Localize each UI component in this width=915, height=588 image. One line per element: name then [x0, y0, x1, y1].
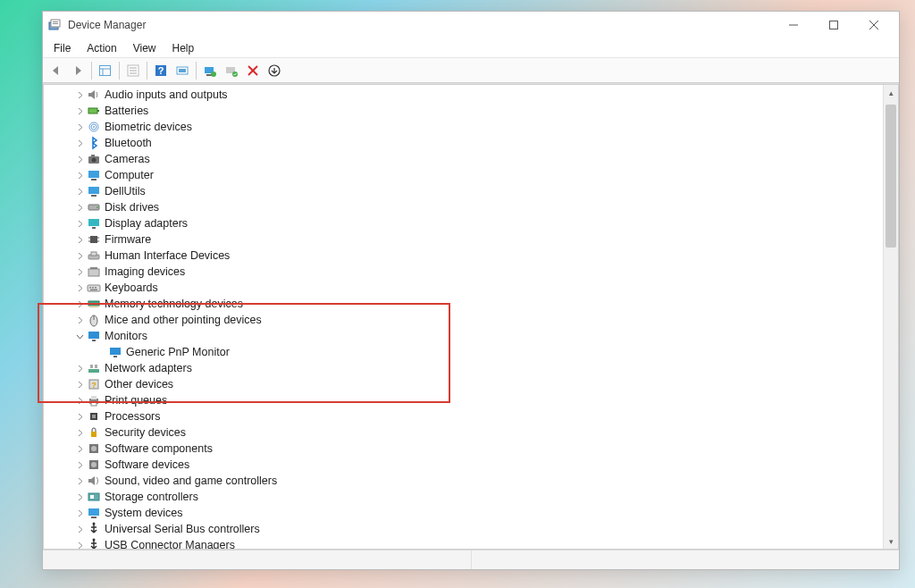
chevron-right-icon[interactable]: [74, 105, 85, 116]
tree-node[interactable]: Human Interface Devices: [49, 248, 883, 264]
chevron-right-icon[interactable]: [74, 508, 85, 518]
scroll-up-arrow[interactable]: ▴: [884, 85, 898, 100]
tree-node[interactable]: System devices: [49, 505, 883, 521]
menu-file[interactable]: File: [46, 40, 78, 56]
tree-node-label: Biometric devices: [105, 121, 192, 133]
chevron-right-icon[interactable]: [74, 524, 85, 534]
chevron-right-icon[interactable]: [74, 315, 85, 325]
tree-node[interactable]: Monitors: [49, 328, 883, 344]
disable-device-button[interactable]: [243, 61, 263, 80]
tree-node[interactable]: Generic PnP Monitor: [49, 344, 883, 360]
vertical-scrollbar[interactable]: ▴ ▾: [883, 85, 898, 549]
chevron-right-icon[interactable]: [74, 282, 85, 293]
tree-node[interactable]: Universal Serial Bus controllers: [49, 521, 883, 537]
tree-node[interactable]: DellUtils: [49, 183, 883, 199]
chevron-right-icon[interactable]: [74, 540, 85, 549]
svg-rect-49: [91, 252, 97, 256]
svg-rect-3: [53, 23, 58, 24]
svg-text:?: ?: [158, 65, 164, 76]
tree-node[interactable]: USB Connector Managers: [49, 537, 883, 549]
security-icon: [87, 425, 101, 440]
tree-node[interactable]: Print queues: [49, 392, 883, 408]
tree-node[interactable]: Storage controllers: [49, 489, 883, 505]
tree-node[interactable]: ? Other devices: [49, 376, 883, 392]
tree-node[interactable]: Network adapters: [49, 360, 883, 376]
tree-node[interactable]: Mice and other pointing devices: [49, 312, 883, 328]
menu-help[interactable]: Help: [165, 40, 202, 56]
chevron-right-icon[interactable]: [74, 218, 85, 229]
monitor-icon: [87, 329, 101, 343]
chevron-right-icon[interactable]: [74, 170, 85, 181]
tree-node[interactable]: Disk drives: [49, 199, 883, 215]
tree-node[interactable]: Imaging devices: [49, 264, 883, 280]
tree-node[interactable]: Cameras: [49, 151, 883, 167]
svg-rect-5: [829, 21, 837, 29]
tree-node[interactable]: Bluetooth: [49, 135, 883, 151]
enable-device-button[interactable]: [264, 61, 284, 80]
chevron-right-icon[interactable]: [74, 363, 85, 374]
keyboard-icon: [87, 281, 101, 295]
chevron-right-icon[interactable]: [74, 122, 85, 132]
chevron-down-icon[interactable]: [74, 331, 85, 341]
chevron-right-icon[interactable]: [74, 250, 85, 261]
chevron-right-icon[interactable]: [74, 89, 85, 100]
chevron-right-icon[interactable]: [74, 443, 85, 454]
tree-node[interactable]: Firmware: [49, 231, 883, 248]
close-button[interactable]: [853, 12, 894, 38]
tree-node[interactable]: Biometric devices: [49, 119, 883, 135]
tree-node[interactable]: Memory technology devices: [49, 296, 883, 312]
chevron-right-icon[interactable]: [74, 411, 85, 422]
properties-button[interactable]: [123, 61, 143, 80]
menu-action[interactable]: Action: [80, 40, 123, 56]
chevron-right-icon[interactable]: [74, 395, 85, 406]
chevron-right-icon[interactable]: [74, 459, 85, 470]
update-driver-button[interactable]: [200, 61, 220, 80]
device-tree[interactable]: Audio inputs and outputs Batteries Biome…: [44, 85, 883, 549]
tree-node[interactable]: Software components: [49, 441, 883, 457]
scroll-thumb[interactable]: [886, 105, 896, 248]
tree-node-label: Cameras: [105, 153, 150, 165]
chevron-right-icon[interactable]: [74, 475, 85, 486]
tree-node[interactable]: Sound, video and game controllers: [49, 473, 883, 489]
disk-icon: [87, 200, 101, 214]
svg-rect-34: [91, 155, 95, 156]
chevron-right-icon[interactable]: [74, 427, 85, 438]
tree-node[interactable]: Batteries: [49, 103, 883, 119]
tree-node-label: Processors: [105, 410, 161, 423]
uninstall-device-button[interactable]: [222, 61, 241, 80]
chevron-right-icon[interactable]: [74, 491, 85, 502]
svg-rect-55: [95, 287, 97, 289]
chevron-right-icon[interactable]: [74, 186, 85, 197]
help-button[interactable]: ?: [151, 61, 171, 80]
chevron-right-icon[interactable]: [74, 298, 85, 309]
tree-node[interactable]: Display adapters: [49, 215, 883, 231]
tree-node[interactable]: Processors: [49, 408, 883, 424]
chevron-right-icon[interactable]: [74, 202, 85, 213]
svg-rect-54: [92, 287, 94, 289]
tree-node[interactable]: Security devices: [49, 424, 883, 441]
menu-view[interactable]: View: [126, 40, 164, 56]
tree-node-label: Human Interface Devices: [105, 249, 230, 262]
tree-node[interactable]: Software devices: [49, 457, 883, 473]
minimize-button[interactable]: [773, 12, 813, 38]
svg-rect-61: [88, 332, 99, 339]
maximize-button[interactable]: [813, 12, 853, 38]
tree-node[interactable]: Audio inputs and outputs: [49, 87, 883, 103]
tree-node[interactable]: Computer: [49, 167, 883, 183]
tree-node-label: Network adapters: [105, 362, 192, 374]
mouse-icon: [87, 313, 101, 327]
chevron-right-icon[interactable]: [74, 234, 85, 245]
chevron-right-icon[interactable]: [74, 266, 85, 277]
scan-hardware-button[interactable]: [172, 61, 192, 80]
window-title: Device Manager: [68, 19, 146, 31]
tree-node-label: Storage controllers: [105, 491, 198, 503]
back-button[interactable]: [46, 61, 66, 80]
chevron-right-icon[interactable]: [74, 154, 85, 164]
chevron-right-icon[interactable]: [74, 379, 85, 390]
hid-icon: [87, 248, 101, 263]
scroll-down-arrow[interactable]: ▾: [884, 533, 898, 549]
forward-button[interactable]: [68, 61, 88, 80]
chevron-right-icon[interactable]: [74, 138, 85, 148]
tree-node[interactable]: Keyboards: [49, 280, 883, 296]
show-hidden-button[interactable]: [96, 61, 115, 80]
